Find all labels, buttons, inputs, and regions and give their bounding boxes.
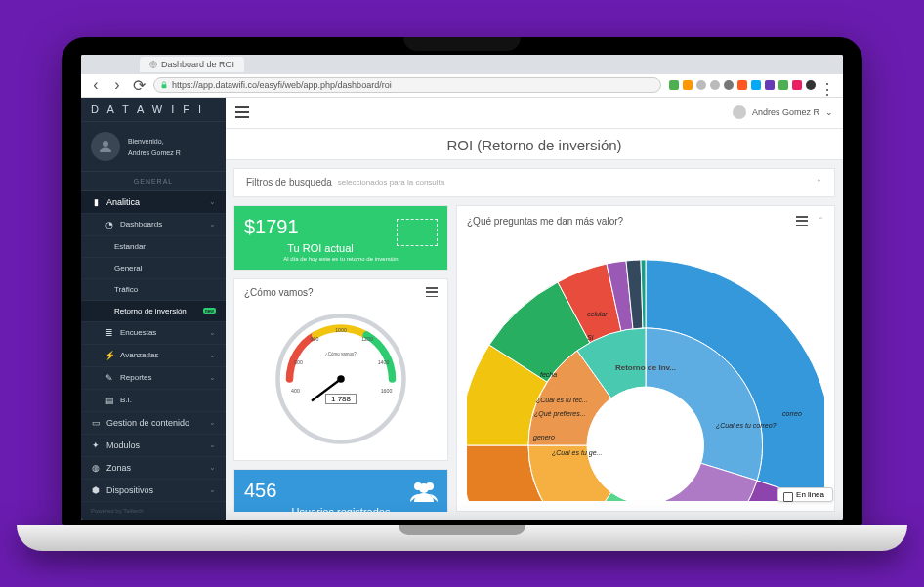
address-bar[interactable]: https://app.datawifi.co/easyfi/web/app.p… — [153, 77, 661, 93]
app-root: D A T A W I F I Bienvenido, Andres Gomez… — [81, 98, 843, 520]
svg-text:1000: 1000 — [335, 327, 347, 333]
globe-icon — [149, 61, 157, 68]
welcome-box: Bienvenido, Andres Gomez R — [81, 122, 226, 172]
online-status-chip[interactable]: En linea — [777, 487, 833, 502]
sidebar-item-retorno[interactable]: Retorno de inversiónnew — [81, 301, 226, 322]
svg-text:600: 600 — [294, 359, 303, 365]
page-title: ROI (Retorno de inversión) — [226, 129, 843, 160]
menu-toggle-button[interactable] — [235, 106, 249, 118]
browser-tab[interactable]: Dashboard de ROI — [140, 57, 244, 72]
sidebar-item-bi[interactable]: ▤B.I. — [81, 390, 226, 412]
chevron-down-icon: ⌄ — [209, 351, 216, 359]
chevron-down-icon: ⌄ — [209, 373, 216, 382]
kebab-icon[interactable]: ⋮ — [819, 80, 835, 90]
powered-by: Powered by Tailtech — [81, 502, 226, 520]
profile-avatar-icon[interactable] — [806, 80, 816, 90]
sidebar-nav: ▮Analitica⌄ ◔Dashboards⌄ Estandar Genera… — [81, 191, 226, 502]
chart-bar-icon: ▮ — [91, 197, 101, 207]
svg-text:1200: 1200 — [361, 336, 373, 342]
forward-button[interactable]: › — [110, 78, 124, 92]
chevron-down-icon: ⌄ — [209, 328, 216, 337]
ext-icon[interactable] — [737, 80, 747, 90]
laptop-notch — [403, 37, 521, 51]
chevron-down-icon: ⌄ — [209, 220, 216, 229]
svg-text:¿Cual es tu ge...: ¿Cual es tu ge... — [552, 449, 602, 457]
svg-point-16 — [419, 483, 429, 493]
ext-icon[interactable] — [710, 80, 720, 90]
ext-icon[interactable] — [696, 80, 706, 90]
user-avatar-icon — [91, 132, 120, 161]
svg-point-2 — [103, 141, 108, 147]
screen: Dashboard de ROI ‹ › ⟳ https://app.dataw… — [81, 55, 843, 520]
brand-logo: D A T A W I F I — [81, 98, 226, 122]
ext-icon[interactable] — [751, 80, 761, 90]
top-bar: Andres Gomez R ⌄ — [226, 98, 843, 129]
sunburst-chart: correo ¿Cual es tu correo? genero ¿Cual … — [467, 234, 824, 501]
chevron-down-icon: ⌄ — [209, 418, 216, 427]
svg-text:genero: genero — [533, 434, 555, 441]
users-icon — [410, 481, 438, 504]
url-text: https://app.datawifi.co/easyfi/web/app.p… — [172, 80, 392, 90]
chevron-down-icon: ⌄ — [209, 197, 216, 206]
filters-hint: seleccionados para la consulta — [338, 178, 444, 187]
sidebar-item-reportes[interactable]: ✎Reportes⌄ — [81, 367, 226, 390]
chevron-down-icon: ⌄ — [209, 463, 216, 472]
gauge-title: ¿Cómo vamos? — [244, 287, 314, 298]
roi-subtitle: Al día de hoy este es tu retorno de inve… — [244, 256, 438, 262]
ext-icon[interactable] — [778, 80, 788, 90]
chevron-down-icon: ⌄ — [209, 440, 216, 449]
sidebar-item-avanzadas[interactable]: ⚡Avanzadas⌄ — [81, 345, 226, 367]
svg-rect-1 — [162, 84, 167, 88]
tab-title: Dashboard de ROI — [161, 60, 234, 69]
sidebar-item-dispositivos[interactable]: ⬢Dispositivos⌄ — [81, 480, 226, 502]
svg-text:¿Qué prefieres...: ¿Qué prefieres... — [534, 410, 586, 418]
sidebar-item-dashboards[interactable]: ◔Dashboards⌄ — [81, 214, 226, 236]
laptop-mock: Dashboard de ROI ‹ › ⟳ https://app.dataw… — [62, 37, 862, 551]
ext-icon[interactable] — [683, 80, 693, 90]
welcome-greeting: Bienvenido, — [128, 138, 164, 145]
sidebar-item-gestion[interactable]: ▭Gestion de contenido⌄ — [81, 412, 226, 435]
reload-button[interactable]: ⟳ — [132, 78, 146, 92]
svg-text:correo: correo — [782, 410, 802, 417]
browser-toolbar: ‹ › ⟳ https://app.datawifi.co/easyfi/web… — [81, 74, 843, 98]
pin-icon: ⬢ — [91, 485, 101, 495]
sidebar-item-general[interactable]: General — [81, 258, 226, 279]
chevron-up-icon: ⌃ — [816, 178, 822, 187]
money-icon — [397, 219, 438, 246]
back-button[interactable]: ‹ — [89, 78, 103, 92]
sunburst-center-label: Retorno de Inv... — [615, 363, 676, 372]
sidebar-item-zonas[interactable]: ◍Zonas⌄ — [81, 457, 226, 480]
questions-value-card: ¿Qué preguntas me dan más valor? ⌃ — [456, 205, 835, 512]
ext-icon[interactable] — [724, 80, 734, 90]
bi-icon: ▤ — [105, 396, 114, 405]
content-grid: Filtros de busqueda seleccionados para l… — [226, 160, 843, 520]
chevron-up-icon: ⌃ — [818, 216, 824, 226]
svg-text:1400: 1400 — [378, 359, 390, 365]
svg-text:400: 400 — [291, 387, 300, 393]
sidebar-item-trafico[interactable]: Tráfico — [81, 279, 226, 301]
ext-icon[interactable] — [792, 80, 802, 90]
top-user-menu[interactable]: Andres Gomez R ⌄ — [733, 105, 833, 119]
svg-text:celular: celular — [587, 311, 608, 317]
svg-point-13 — [337, 375, 345, 383]
bolt-icon: ⚡ — [105, 351, 114, 360]
ext-icon[interactable] — [669, 80, 679, 90]
gauge-chart: 400 600 800 1000 1200 1400 1600 — [244, 306, 438, 452]
sidebar-item-modulos[interactable]: ✦Modulos⌄ — [81, 435, 226, 457]
chevron-down-icon: ⌄ — [209, 485, 216, 494]
sidebar-item-analitica[interactable]: ▮Analitica⌄ — [81, 191, 226, 214]
svg-point-17 — [587, 387, 704, 501]
browser-tab-strip: Dashboard de ROI — [81, 55, 843, 74]
welcome-user: Andres Gomez R — [128, 149, 181, 156]
filters-panel[interactable]: Filtros de busqueda seleccionados para l… — [233, 168, 835, 197]
svg-text:¿Cual es tu correo?: ¿Cual es tu correo? — [716, 422, 777, 429]
sidebar-item-encuestas[interactable]: ≣Encuestas⌄ — [81, 322, 226, 345]
ext-icon[interactable] — [765, 80, 775, 90]
card-menu-button[interactable] — [426, 287, 438, 297]
left-column: $1791 Tu ROI actual Al día de hoy este e… — [233, 205, 448, 512]
card-menu-button[interactable] — [796, 216, 808, 226]
svg-text:Si: Si — [587, 334, 594, 341]
sunburst-title: ¿Qué preguntas me dan más valor? — [467, 216, 623, 227]
users-card: 456 Usuarios registrados — [233, 469, 448, 512]
sidebar-item-estandar[interactable]: Estandar — [81, 236, 226, 258]
